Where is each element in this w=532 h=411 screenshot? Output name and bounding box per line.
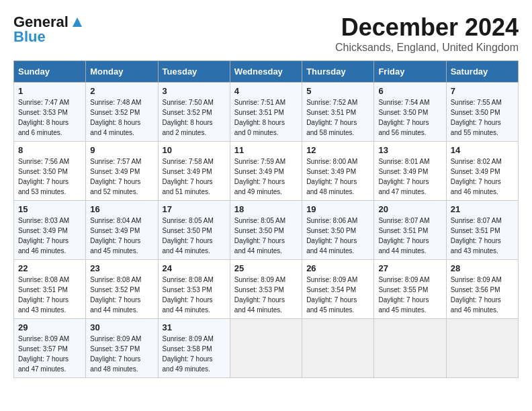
day-info: Sunrise: 7:56 AMSunset: 3:50 PMDaylight:… (18, 158, 69, 195)
day-number: 10 (163, 145, 226, 155)
calendar-cell: 1Sunrise: 7:47 AMSunset: 3:53 PMDaylight… (14, 83, 86, 142)
calendar-cell: 14Sunrise: 8:02 AMSunset: 3:49 PMDayligh… (446, 142, 518, 201)
calendar-cell: 20Sunrise: 8:07 AMSunset: 3:51 PMDayligh… (374, 201, 446, 260)
day-info: Sunrise: 7:57 AMSunset: 3:49 PMDaylight:… (90, 158, 141, 195)
calendar-cell: 15Sunrise: 8:03 AMSunset: 3:49 PMDayligh… (14, 201, 86, 260)
day-number: 3 (163, 86, 226, 96)
day-number: 17 (163, 204, 226, 214)
day-info: Sunrise: 7:50 AMSunset: 3:52 PMDaylight:… (163, 99, 214, 136)
day-number: 31 (163, 322, 226, 332)
day-number: 20 (378, 204, 441, 214)
day-number: 30 (90, 322, 153, 332)
day-number: 28 (451, 263, 514, 273)
calendar-cell: 4Sunrise: 7:51 AMSunset: 3:51 PMDaylight… (230, 83, 302, 142)
day-info: Sunrise: 8:06 AMSunset: 3:50 PMDaylight:… (306, 217, 357, 255)
calendar-cell: 11Sunrise: 7:59 AMSunset: 3:49 PMDayligh… (230, 142, 302, 201)
calendar-cell: 29Sunrise: 8:09 AMSunset: 3:57 PMDayligh… (14, 319, 86, 378)
calendar-week-3: 15Sunrise: 8:03 AMSunset: 3:49 PMDayligh… (14, 201, 519, 260)
calendar-week-1: 1Sunrise: 7:47 AMSunset: 3:53 PMDaylight… (14, 83, 519, 142)
month-title: December 2024 (335, 13, 519, 42)
calendar-cell (302, 319, 374, 378)
calendar-cell: 18Sunrise: 8:05 AMSunset: 3:50 PMDayligh… (230, 201, 302, 260)
day-number: 1 (18, 86, 81, 96)
day-info: Sunrise: 8:05 AMSunset: 3:50 PMDaylight:… (234, 217, 285, 255)
day-number: 19 (306, 204, 369, 214)
day-info: Sunrise: 8:09 AMSunset: 3:58 PMDaylight:… (163, 335, 214, 373)
calendar-header-monday: Monday (86, 61, 158, 83)
calendar-cell (374, 319, 446, 378)
calendar-cell (446, 319, 518, 378)
calendar-cell: 27Sunrise: 8:09 AMSunset: 3:55 PMDayligh… (374, 260, 446, 319)
day-number: 14 (451, 145, 514, 155)
calendar-cell: 13Sunrise: 8:01 AMSunset: 3:49 PMDayligh… (374, 142, 446, 201)
calendar-cell: 21Sunrise: 8:07 AMSunset: 3:51 PMDayligh… (446, 201, 518, 260)
day-info: Sunrise: 8:08 AMSunset: 3:51 PMDaylight:… (18, 276, 69, 314)
header: General Blue December 2024 Chicksands, E… (13, 13, 519, 54)
calendar-week-2: 8Sunrise: 7:56 AMSunset: 3:50 PMDaylight… (14, 142, 519, 201)
calendar-week-5: 29Sunrise: 8:09 AMSunset: 3:57 PMDayligh… (14, 319, 519, 378)
day-info: Sunrise: 7:52 AMSunset: 3:51 PMDaylight:… (306, 99, 357, 136)
day-number: 26 (306, 263, 369, 273)
day-info: Sunrise: 8:07 AMSunset: 3:51 PMDaylight:… (451, 217, 502, 255)
calendar-cell: 19Sunrise: 8:06 AMSunset: 3:50 PMDayligh… (302, 201, 374, 260)
day-number: 22 (18, 263, 81, 273)
calendar-cell (230, 319, 302, 378)
day-number: 5 (306, 86, 369, 96)
calendar-cell: 16Sunrise: 8:04 AMSunset: 3:49 PMDayligh… (86, 201, 158, 260)
day-number: 4 (234, 86, 298, 96)
day-info: Sunrise: 7:54 AMSunset: 3:50 PMDaylight:… (378, 99, 429, 136)
calendar-cell: 25Sunrise: 8:09 AMSunset: 3:53 PMDayligh… (230, 260, 302, 319)
calendar-cell: 9Sunrise: 7:57 AMSunset: 3:49 PMDaylight… (86, 142, 158, 201)
day-number: 29 (18, 322, 81, 332)
day-info: Sunrise: 7:55 AMSunset: 3:50 PMDaylight:… (451, 99, 502, 136)
calendar-cell: 7Sunrise: 7:55 AMSunset: 3:50 PMDaylight… (446, 83, 518, 142)
day-info: Sunrise: 8:04 AMSunset: 3:49 PMDaylight:… (90, 217, 141, 255)
calendar-cell: 28Sunrise: 8:09 AMSunset: 3:56 PMDayligh… (446, 260, 518, 319)
calendar-cell: 2Sunrise: 7:48 AMSunset: 3:52 PMDaylight… (86, 83, 158, 142)
calendar-cell: 8Sunrise: 7:56 AMSunset: 3:50 PMDaylight… (14, 142, 86, 201)
logo-text-blue: Blue (13, 28, 46, 46)
day-number: 21 (451, 204, 514, 214)
calendar-cell: 17Sunrise: 8:05 AMSunset: 3:50 PMDayligh… (158, 201, 230, 260)
day-number: 8 (18, 145, 81, 155)
day-info: Sunrise: 8:09 AMSunset: 3:55 PMDaylight:… (378, 276, 429, 314)
calendar-cell: 10Sunrise: 7:58 AMSunset: 3:49 PMDayligh… (158, 142, 230, 201)
calendar-header-row: SundayMondayTuesdayWednesdayThursdayFrid… (14, 61, 519, 83)
location-subtitle: Chicksands, England, United Kingdom (335, 42, 519, 54)
day-info: Sunrise: 7:47 AMSunset: 3:53 PMDaylight:… (18, 99, 69, 136)
calendar-cell: 5Sunrise: 7:52 AMSunset: 3:51 PMDaylight… (302, 83, 374, 142)
calendar-cell: 6Sunrise: 7:54 AMSunset: 3:50 PMDaylight… (374, 83, 446, 142)
day-number: 25 (234, 263, 298, 273)
day-number: 24 (163, 263, 226, 273)
day-info: Sunrise: 7:58 AMSunset: 3:49 PMDaylight:… (163, 158, 214, 195)
day-info: Sunrise: 8:09 AMSunset: 3:57 PMDaylight:… (90, 335, 141, 373)
calendar-cell: 23Sunrise: 8:08 AMSunset: 3:52 PMDayligh… (86, 260, 158, 319)
day-number: 11 (234, 145, 298, 155)
calendar-header-tuesday: Tuesday (158, 61, 230, 83)
day-number: 13 (378, 145, 441, 155)
calendar-week-4: 22Sunrise: 8:08 AMSunset: 3:51 PMDayligh… (14, 260, 519, 319)
day-number: 27 (378, 263, 441, 273)
calendar-body: 1Sunrise: 7:47 AMSunset: 3:53 PMDaylight… (14, 83, 519, 378)
svg-marker-0 (73, 17, 82, 27)
calendar-header-wednesday: Wednesday (230, 61, 302, 83)
day-number: 15 (18, 204, 81, 214)
day-info: Sunrise: 8:07 AMSunset: 3:51 PMDaylight:… (378, 217, 429, 255)
day-info: Sunrise: 8:03 AMSunset: 3:49 PMDaylight:… (18, 217, 69, 255)
title-area: December 2024 Chicksands, England, Unite… (335, 13, 519, 54)
calendar-table: SundayMondayTuesdayWednesdayThursdayFrid… (13, 60, 519, 378)
day-info: Sunrise: 7:48 AMSunset: 3:52 PMDaylight:… (90, 99, 141, 136)
day-number: 18 (234, 204, 298, 214)
day-info: Sunrise: 8:09 AMSunset: 3:56 PMDaylight:… (451, 276, 502, 314)
day-info: Sunrise: 7:59 AMSunset: 3:49 PMDaylight:… (234, 158, 285, 195)
calendar-cell: 30Sunrise: 8:09 AMSunset: 3:57 PMDayligh… (86, 319, 158, 378)
calendar-header-saturday: Saturday (446, 61, 518, 83)
day-info: Sunrise: 8:08 AMSunset: 3:52 PMDaylight:… (90, 276, 141, 314)
day-number: 16 (90, 204, 153, 214)
calendar-header-sunday: Sunday (14, 61, 86, 83)
logo-triangle-icon (70, 15, 85, 30)
day-info: Sunrise: 8:05 AMSunset: 3:50 PMDaylight:… (163, 217, 214, 255)
day-number: 2 (90, 86, 153, 96)
calendar-cell: 3Sunrise: 7:50 AMSunset: 3:52 PMDaylight… (158, 83, 230, 142)
day-info: Sunrise: 8:00 AMSunset: 3:49 PMDaylight:… (306, 158, 357, 195)
